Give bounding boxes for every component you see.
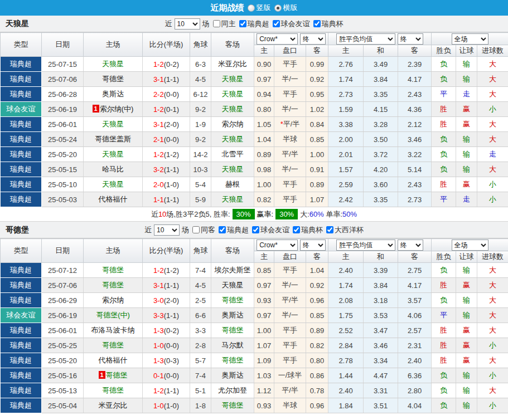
away-team-name: 哥德堡 [222, 296, 244, 304]
sub-column-header: 客 [398, 251, 432, 263]
away-team-name: 奥斯达 [222, 311, 244, 319]
league-filter[interactable]: 瑞典杯 [292, 225, 323, 235]
odds-home-cell: 0.82 [254, 192, 274, 207]
handicap-text: 半/一 [282, 165, 298, 173]
league-type-cell: 瑞典超 [1, 192, 42, 207]
date-cell: 25-07-06 [42, 278, 84, 293]
league-checkbox[interactable] [239, 20, 246, 27]
away-team-name: 天狼星 [222, 75, 244, 83]
result-cell: 负 [432, 132, 456, 147]
result-cell: 胜 [432, 323, 456, 338]
league-filter[interactable]: 球会友谊 [251, 225, 289, 235]
summary-text: 单率: [324, 209, 342, 219]
result-cell: 负 [432, 162, 456, 177]
scope-select[interactable]: 全场 [452, 240, 488, 251]
same-venue-checkbox[interactable] [192, 226, 200, 233]
radio-horizontal-label[interactable]: 横版 [283, 3, 298, 13]
match-count-select[interactable]: 10 [154, 224, 180, 236]
avg-stage-select[interactable]: 终 [398, 240, 423, 251]
radio-vertical-icon[interactable] [248, 4, 255, 12]
radio-horizontal-icon[interactable] [274, 4, 282, 12]
home-team-name: 天狼星 [102, 120, 124, 128]
cover-rate-badge: 30% [275, 209, 298, 219]
avg-select[interactable]: 胜平负均值 [336, 240, 395, 251]
league-checkbox[interactable] [219, 226, 226, 233]
league-checkbox[interactable] [293, 226, 300, 233]
match-count-select[interactable]: 10 [175, 18, 200, 30]
radio-horizontal[interactable]: 横版 [274, 3, 298, 13]
odds-away-cell: 0.82 [306, 338, 328, 353]
handicap-cell: 平/半 [274, 293, 306, 308]
halftime-score: (1-2) [164, 150, 179, 159]
avg-draw-cell: 3.28 [364, 117, 398, 132]
goals-result-cell: 走 [477, 147, 508, 162]
bookmaker-select[interactable]: Crow* [257, 33, 298, 45]
league-filter[interactable]: 瑞典超 [238, 19, 269, 29]
league-filter[interactable]: 瑞典超 [217, 225, 249, 235]
score-cell: 1-0(0-0) [143, 338, 190, 353]
halftime-score: (1-1) [164, 75, 179, 84]
league-filter[interactable]: 大西洋杯 [325, 225, 364, 235]
home-team-name: 哈马比 [102, 165, 124, 173]
league-checkbox[interactable] [252, 226, 259, 233]
date-cell: 25-05-03 [42, 192, 84, 207]
avg-away-cell: 3.46 [398, 132, 432, 147]
result-cell: 胜 [432, 177, 456, 192]
score-cell: 1-2(1-2) [143, 263, 190, 278]
home-team-name: 哥德堡 [106, 371, 128, 379]
odds-home-cell: 0.97 [254, 278, 274, 293]
date-cell: 25-05-20 [42, 353, 84, 368]
avg-home-cell: 1.59 [328, 102, 364, 117]
odds-stage-select[interactable]: 终 [300, 33, 326, 45]
league-filter[interactable]: 瑞典杯 [312, 19, 343, 29]
win-rate-badge: 30% [233, 209, 255, 219]
sub-column-header: 让球 [456, 251, 477, 263]
league-filter[interactable]: 球会友谊 [272, 19, 310, 29]
corner-cell: 5-9 [190, 192, 211, 207]
fulltime-score: 1-2 [153, 150, 164, 159]
avg-away-cell: 3.22 [398, 147, 432, 162]
league-checkbox[interactable] [313, 20, 321, 27]
same-venue-filter[interactable]: 同主 [212, 19, 236, 29]
same-venue-checkbox[interactable] [213, 20, 220, 27]
away-team-name: 尤尔加登 [218, 386, 247, 394]
radio-vertical[interactable]: 竖版 [248, 3, 271, 13]
radio-vertical-label[interactable]: 竖版 [257, 3, 271, 13]
away-team-name: 天狼星 [222, 105, 244, 113]
away-team-cell: 天狼星 [211, 192, 254, 207]
halftime-score: (0-2) [164, 326, 179, 335]
handicap-text: 半/一 [282, 105, 298, 113]
corner-cell: 1-9 [190, 117, 211, 132]
away-team-cell: 米亚尔比 [211, 57, 254, 72]
halftime-score: (1-1) [164, 281, 179, 290]
avg-stage-select[interactable]: 终 [398, 33, 423, 45]
result-cell: 负 [432, 72, 456, 87]
odds-away-cell: 0.78 [306, 383, 328, 398]
league-checkbox[interactable] [273, 20, 280, 27]
sub-column-header: 和 [364, 45, 398, 57]
league-type-cell: 瑞典超 [1, 147, 42, 162]
odds-away-cell: 1.04 [306, 263, 328, 278]
handicap-result-cell: 输 [456, 263, 477, 278]
league-checkbox[interactable] [326, 226, 333, 233]
matches-label: 场 [182, 225, 189, 235]
halftime-score: (0-1) [164, 105, 179, 114]
same-venue-filter[interactable]: 同客 [191, 225, 215, 235]
halftime-score: (0-0) [164, 372, 179, 380]
halftime-score: (0-0) [164, 341, 179, 350]
score-cell: 1-3(0-2) [143, 323, 190, 338]
handicap-text: 平手 [283, 266, 297, 274]
scope-select[interactable]: 全场 [452, 33, 488, 45]
match-row: 球会友谊25-06-19哥德堡(中)3-3(1-1)6-6奥斯达0.97半/一0… [1, 308, 508, 323]
odds-stage-select[interactable]: 终 [300, 240, 326, 251]
league-label: 球会友谊 [260, 225, 289, 235]
odds-home-cell: 0.93 [254, 398, 274, 413]
score-cell: 0-1(0-0) [143, 368, 190, 383]
result-cell: 胜 [432, 353, 456, 368]
goals-result-cell: 大 [477, 263, 508, 278]
avg-select[interactable]: 胜平负均值 [336, 33, 395, 45]
bookmaker-select[interactable]: Crow* [257, 240, 298, 251]
match-row: 瑞典超25-07-12哥德堡1-2(1-2)7-4埃尔夫斯堡0.85平手1.04… [1, 263, 508, 278]
handicap-result-cell: 输 [456, 57, 477, 72]
avg-home-cell: 2.01 [328, 147, 364, 162]
